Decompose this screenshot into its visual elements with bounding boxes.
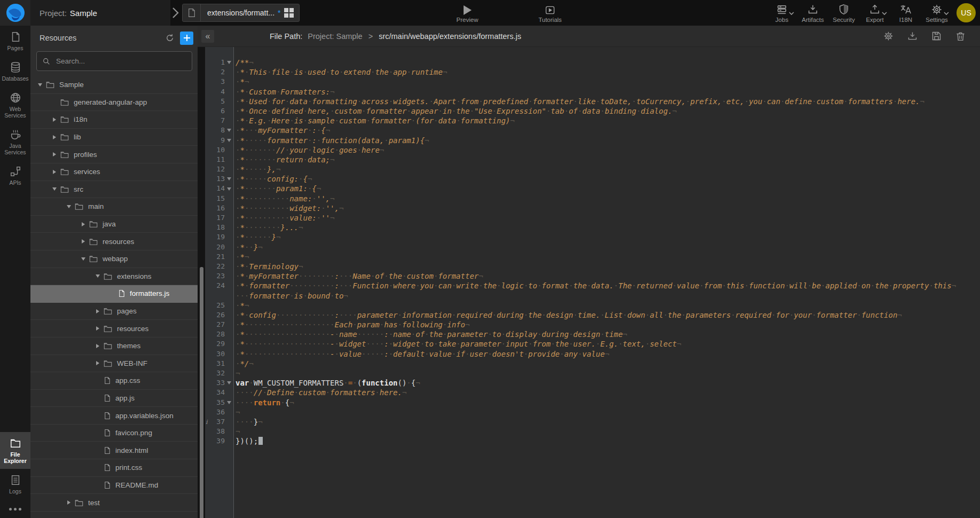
topnav-i18n[interactable]: I18N [890,3,921,23]
collapse-panel-button[interactable]: « [201,30,214,43]
tree-item-services[interactable]: services [30,163,198,181]
tab-grid-icon[interactable] [284,8,294,18]
tree-scrollbar[interactable] [198,47,205,518]
code-line[interactable]: ·*¬ [236,301,980,310]
tree-item-resources[interactable]: resources [30,233,198,250]
code-line[interactable]: ·*·This·file·is·used·to·extend·the·app·r… [236,67,980,77]
expand-arrow-icon[interactable] [93,361,102,365]
code-line[interactable]: ¬ [236,427,980,436]
tree-item-app.variables.json[interactable]: app.variables.json [30,407,198,425]
code-line[interactable]: ·*···myFormatter·:·{¬ [236,125,980,135]
tree-item-themes[interactable]: themes [30,338,198,355]
topnav-artifacts[interactable]: Artifacts [797,3,828,23]
code-line[interactable]: ·*···················-·name······:·name·… [236,329,980,339]
code-line[interactable]: ·*···················-·value·····:·defau… [236,349,980,359]
fold-toggle-icon[interactable] [227,177,231,180]
tree-item-pages[interactable]: pages [30,303,198,320]
sidebar-item-file-explorer[interactable]: File Explorer [0,432,30,469]
topnav-preview[interactable]: Preview [446,0,489,26]
code-line[interactable]: ···formatter·is·bound·to¬ [236,291,980,301]
trash-icon[interactable] [955,30,966,42]
code-line[interactable]: ·*·····config:·{¬ [236,174,980,184]
code-line[interactable]: ·*·Once·defined·here,·custom·formatter·a… [236,106,980,116]
tree-item-formatters.js[interactable]: formatters.js [30,285,198,303]
fold-toggle-icon[interactable] [227,129,231,132]
tree-item-print.css[interactable]: print.css [30,459,198,477]
topnav-tutorials[interactable]: Tutorials [529,0,571,26]
code-line[interactable]: ·*······}¬ [236,232,980,242]
sidebar-item-databases[interactable]: Databases [0,56,30,87]
code-line[interactable]: ·*·E.g.·Here·is·sample·custom·formatter·… [236,116,980,125]
fold-toggle-icon[interactable] [227,61,231,64]
expand-arrow-icon[interactable] [64,205,73,208]
tree-item-profiles[interactable]: profiles [30,146,198,163]
code-line[interactable]: ·*··········widget:·'',¬ [236,203,980,213]
search-input[interactable] [55,57,173,66]
code-line[interactable]: ·*··········name:·'',¬ [236,194,980,203]
tree-item-lib[interactable]: lib [30,129,198,146]
ellipsis-icon[interactable] [0,499,30,518]
user-avatar[interactable]: US [957,3,976,22]
fold-toggle-icon[interactable] [227,381,231,384]
expand-arrow-icon[interactable] [93,309,102,313]
code-line[interactable]: var·WM_CUSTOM_FORMATTERS·=·(function()·{… [236,378,980,388]
code-line[interactable]: ·*·····},¬ [236,164,980,174]
fold-toggle-icon[interactable] [227,139,231,142]
sidebar-item-apis[interactable]: APIs [0,160,30,191]
topnav-jobs[interactable]: Jobs [766,3,797,23]
expand-arrow-icon[interactable] [35,83,44,87]
topnav-settings[interactable]: Settings [921,3,952,23]
gear-icon[interactable] [883,30,894,42]
expand-arrow-icon[interactable] [79,239,88,244]
code-line[interactable]: ····}¬ [236,417,980,427]
tree-item-sample[interactable]: Sample [30,76,198,94]
expand-arrow-icon[interactable] [50,187,59,191]
tree-item-web-inf[interactable]: WEB-INF [30,355,198,373]
expand-arrow-icon[interactable] [50,135,59,139]
code-line[interactable]: ·*¬ [236,77,980,87]
code-line[interactable]: })(); [236,436,980,446]
tree-item-webapp[interactable]: webapp [30,250,198,268]
code-line[interactable]: ·*·formatter··········:···Function·where… [236,281,980,291]
project-breadcrumb[interactable]: Project: Sample [30,0,170,26]
sidebar-item-logs[interactable]: Logs [0,469,30,499]
save-icon[interactable] [931,30,942,42]
fold-toggle-icon[interactable] [227,187,231,191]
tree-item-main[interactable]: main [30,198,198,216]
code-line[interactable]: ·*·······param1:·{¬ [236,184,980,193]
code-editor[interactable]: /**¬·*·This·file·is·used·to·extend·the·a… [234,47,980,518]
sidebar-item-java-services[interactable]: Java Services [0,123,30,160]
expand-arrow-icon[interactable] [50,170,59,174]
expand-arrow-icon[interactable] [50,152,59,156]
file-tab[interactable]: extensions/formatt... * [182,4,300,22]
code-line[interactable]: ¬ [236,368,980,378]
wavemaker-logo[interactable] [0,0,30,26]
tree-item-i18n[interactable]: i18n [30,111,198,129]
tree-item-favicon.png[interactable]: favicon.png [30,425,198,442]
expand-arrow-icon[interactable] [93,326,102,331]
code-line[interactable]: ·*·Used·for·data·formatting·across·widge… [236,97,980,106]
code-line[interactable]: ·*··········value:·''¬ [236,213,980,223]
expand-arrow-icon[interactable] [93,274,102,278]
expand-arrow-icon[interactable] [93,344,102,348]
topnav-security[interactable]: Security [828,3,859,23]
tree-item-readme.md[interactable]: README.md [30,477,198,495]
add-resource-button[interactable] [180,32,193,45]
code-line[interactable]: ·*/¬ [236,359,980,368]
code-line[interactable]: ·*····················Each·param·has·fol… [236,320,980,329]
fold-toggle-icon[interactable] [227,401,231,404]
code-line[interactable]: /**¬ [236,58,980,67]
code-line[interactable]: ·*···················-·widget····:·widge… [236,339,980,349]
code-line[interactable]: ·*·Terminology¬ [236,262,980,271]
tree-item-src[interactable]: src [30,181,198,199]
code-line[interactable]: ·*·config·············:····parameter·inf… [236,310,980,320]
tree-item-test[interactable]: test [30,494,198,512]
tree-item-resources[interactable]: resources [30,320,198,338]
sidebar-item-web-services[interactable]: Web Services [0,87,30,123]
tree-item-index.html[interactable]: index.html [30,442,198,459]
tree-item-extensions[interactable]: extensions [30,268,198,286]
tree-item-generated-angular-app[interactable]: generated-angular-app [30,94,198,112]
tree-item-app.css[interactable]: app.css [30,372,198,390]
code-line[interactable]: ····//·Define·custom·formatters·here.¬ [236,388,980,397]
code-line[interactable]: ·*·······return·data;¬ [236,155,980,164]
